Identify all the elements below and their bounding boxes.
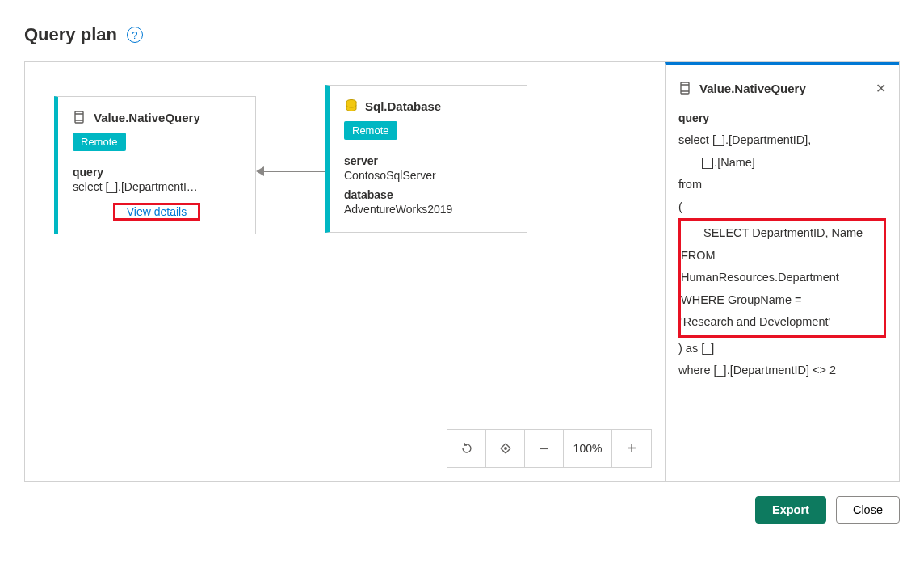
- script-icon: [73, 110, 87, 124]
- database-value: AdventureWorks2019: [344, 203, 512, 216]
- view-details-link[interactable]: View details: [116, 202, 198, 221]
- query-line: FROM: [681, 245, 884, 267]
- query-line: SELECT DepartmentID, Name: [681, 222, 884, 245]
- query-line: 'Research and Development': [681, 311, 884, 334]
- remote-badge: Remote: [73, 133, 126, 151]
- fit-view-button[interactable]: [486, 430, 525, 467]
- query-label: query: [73, 166, 241, 179]
- query-preview: select [_].[DepartmentI…: [73, 180, 241, 193]
- detail-query-label: query: [678, 111, 886, 124]
- node-value-native-query[interactable]: Value.NativeQuery Remote query select [_…: [54, 96, 256, 234]
- node-title-text: Value.NativeQuery: [94, 111, 200, 124]
- zoom-out-button[interactable]: −: [525, 430, 564, 467]
- svg-rect-0: [75, 111, 83, 123]
- query-line: select [_].[DepartmentID],: [678, 129, 886, 152]
- detail-panel: Value.NativeQuery ✕ query select [_].[De…: [665, 62, 899, 481]
- server-value: ContosoSqlServer: [344, 169, 512, 182]
- query-line: (: [678, 196, 886, 219]
- zoom-level: 100%: [564, 430, 612, 467]
- help-icon[interactable]: ?: [127, 27, 143, 43]
- connector-line: [264, 171, 326, 172]
- reset-view-button[interactable]: [447, 430, 486, 467]
- detail-title: Value.NativeQuery: [699, 82, 806, 95]
- database-label: database: [344, 188, 512, 201]
- query-line: ) as [_]: [678, 338, 886, 360]
- svg-point-2: [504, 448, 506, 449]
- page-title: Query plan: [24, 24, 117, 45]
- query-line: where [_].[DepartmentID] <> 2: [678, 360, 886, 382]
- reset-icon: [460, 441, 474, 456]
- export-button[interactable]: Export: [755, 496, 826, 524]
- script-icon: [678, 81, 693, 95]
- svg-rect-3: [681, 82, 689, 94]
- highlighted-sql: SELECT DepartmentID, Name FROM HumanReso…: [678, 218, 886, 338]
- zoom-in-button[interactable]: +: [612, 430, 651, 467]
- fit-icon: [498, 441, 513, 456]
- query-line: HumanResources.Department: [681, 267, 884, 289]
- connector-arrow-icon: [256, 166, 264, 176]
- node-sql-database[interactable]: Sql.Database Remote server ContosoSqlSer…: [326, 85, 527, 233]
- node-title-text: Sql.Database: [365, 99, 441, 113]
- query-plan-canvas[interactable]: Value.NativeQuery Remote query select [_…: [25, 62, 665, 481]
- database-icon: [344, 99, 359, 113]
- close-icon[interactable]: ✕: [876, 81, 886, 96]
- server-label: server: [344, 154, 512, 167]
- query-plan-dialog: Value.NativeQuery Remote query select [_…: [24, 61, 900, 482]
- remote-badge: Remote: [344, 121, 397, 140]
- query-line: WHERE GroupName =: [681, 289, 884, 312]
- close-button[interactable]: Close: [836, 496, 900, 524]
- query-line: [_].[Name]: [678, 152, 886, 175]
- zoom-controls: − 100% +: [447, 429, 652, 468]
- query-line: from: [678, 174, 886, 196]
- detail-query-text: select [_].[DepartmentID], [_].[Name] fr…: [678, 129, 886, 382]
